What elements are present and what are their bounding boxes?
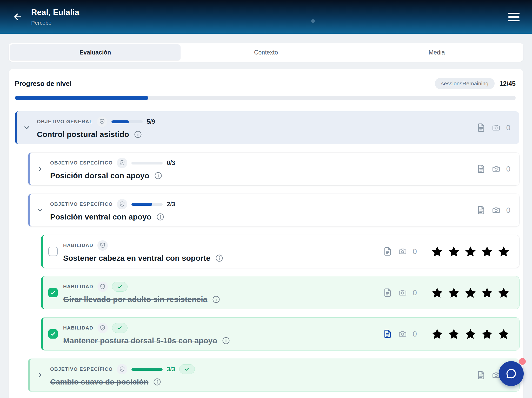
card-type-label: OBJETIVO ESPECÍFICO — [50, 160, 113, 166]
tab-evaluacion[interactable]: Evaluación — [10, 44, 181, 60]
camera-icon[interactable] — [492, 206, 501, 215]
card-type-label: HABILIDAD — [63, 284, 93, 290]
info-icon[interactable] — [153, 378, 161, 386]
card-habilidad-girar[interactable]: HABILIDAD Girar llevado por adulto sin r… — [41, 276, 519, 309]
notes-icon[interactable] — [476, 123, 486, 133]
info-icon[interactable] — [212, 295, 220, 304]
info-icon[interactable] — [154, 171, 162, 180]
star-empty-icon[interactable] — [480, 327, 494, 341]
card-content: HABILIDAD Sostener cabeza en ventral con… — [63, 235, 377, 268]
camera-icon[interactable] — [398, 247, 407, 256]
card-objetivo-especifico-dorsal[interactable]: OBJETIVO ESPECÍFICO 0/3 Posición dorsal … — [28, 153, 519, 185]
star-filled-icon[interactable] — [447, 286, 461, 299]
chat-fab-button[interactable] — [499, 361, 524, 386]
star-rating — [430, 286, 510, 299]
tab-media[interactable]: Media — [351, 44, 522, 60]
star-filled-icon[interactable] — [464, 327, 477, 341]
objective-progress-bar — [131, 203, 163, 206]
hamburger-icon — [508, 13, 520, 14]
skill-checkbox-unchecked[interactable] — [48, 247, 58, 256]
star-filled-icon[interactable] — [480, 286, 494, 299]
star-empty-icon[interactable] — [497, 286, 510, 299]
shield-icon — [117, 199, 127, 209]
check-icon — [184, 367, 190, 372]
card-type-label: OBJETIVO ESPECÍFICO — [50, 201, 113, 207]
level-progress-count: 12/45 — [499, 80, 516, 87]
card-type-label: HABILIDAD — [63, 325, 93, 331]
notes-icon[interactable] — [476, 205, 486, 215]
shield-icon — [117, 364, 127, 374]
card-content: OBJETIVO ESPECÍFICO 2/3 Posición ventral… — [50, 194, 471, 227]
app-header: Real, Eulalia Percebe — [0, 0, 532, 34]
info-icon[interactable] — [134, 130, 142, 139]
objective-progress-count: 5/9 — [147, 118, 155, 125]
chevron-down-icon — [36, 206, 44, 214]
notes-icon[interactable] — [476, 370, 486, 380]
collapse-button[interactable] — [30, 206, 50, 214]
skill-title: Mantener postura dorsal 5-10s con apoyo — [63, 336, 217, 345]
notes-icon-active[interactable] — [383, 329, 393, 339]
shield-icon — [97, 240, 108, 251]
skill-checkbox-checked[interactable] — [48, 288, 58, 297]
card-habilidad-sostener[interactable]: HABILIDAD Sostener cabeza en ventral con… — [41, 235, 519, 268]
star-rating — [430, 245, 510, 258]
camera-icon[interactable] — [492, 123, 501, 132]
collapse-button[interactable] — [17, 124, 37, 132]
camera-icon[interactable] — [492, 164, 501, 173]
evaluation-panel: Progreso de nivel sessionsRemaining 12/4… — [9, 69, 523, 398]
completed-badge — [112, 323, 128, 333]
notes-icon[interactable] — [383, 246, 393, 256]
star-empty-icon[interactable] — [480, 245, 494, 258]
page-subtitle: Percebe — [31, 20, 79, 26]
menu-button[interactable] — [507, 11, 521, 23]
objective-title: Posición ventral con apoyo — [50, 212, 151, 221]
level-progress-header: Progreso de nivel sessionsRemaining 12/4… — [15, 78, 519, 89]
card-objetivo-especifico-cambio[interactable]: OBJETIVO ESPECÍFICO 3/3 Cambio suave de … — [28, 359, 519, 392]
star-empty-icon[interactable] — [497, 245, 510, 258]
info-icon[interactable] — [156, 213, 164, 221]
star-filled-icon[interactable] — [430, 327, 444, 341]
camera-icon[interactable] — [398, 288, 407, 297]
objective-progress-count: 0/3 — [167, 160, 175, 167]
chevron-right-icon — [36, 165, 44, 173]
star-empty-icon[interactable] — [430, 245, 444, 258]
camera-icon[interactable] — [398, 330, 407, 338]
skill-title: Sostener cabeza en ventral con soporte — [63, 254, 210, 263]
notes-icon[interactable] — [383, 288, 393, 298]
tab-bar: Evaluación Contexto Media — [9, 43, 523, 62]
check-icon — [117, 325, 122, 331]
media-count: 0 — [506, 165, 510, 173]
level-progress-title: Progreso de nivel — [15, 80, 71, 88]
shield-icon — [97, 323, 108, 333]
star-empty-icon[interactable] — [497, 327, 510, 341]
media-count: 0 — [413, 330, 417, 338]
page-title: Real, Eulalia — [31, 8, 79, 17]
card-content: OBJETIVO ESPECÍFICO 3/3 Cambio suave de … — [50, 359, 471, 392]
objective-title: Control postural asistido — [37, 130, 129, 139]
card-type-label: OBJETIVO GENERAL — [37, 119, 93, 125]
star-empty-icon[interactable] — [464, 245, 477, 258]
card-objetivo-especifico-ventral[interactable]: OBJETIVO ESPECÍFICO 2/3 Posición ventral… — [28, 194, 519, 227]
skill-checkbox-checked[interactable] — [48, 329, 58, 339]
chat-bubble-icon — [505, 367, 518, 380]
star-empty-icon[interactable] — [447, 245, 461, 258]
objective-progress-count: 2/3 — [167, 201, 175, 208]
expand-button[interactable] — [30, 165, 50, 173]
star-filled-icon[interactable] — [447, 327, 461, 341]
expand-button[interactable] — [30, 371, 50, 379]
card-content: OBJETIVO GENERAL 5/9 Control postural as… — [37, 111, 471, 144]
skill-title: Girar llevado por adulto sin resistencia — [63, 295, 207, 304]
notes-icon[interactable] — [476, 164, 486, 174]
tab-contexto[interactable]: Contexto — [181, 44, 351, 60]
info-icon[interactable] — [215, 254, 223, 262]
back-button[interactable] — [10, 10, 25, 24]
star-filled-icon[interactable] — [464, 286, 477, 299]
check-icon — [117, 284, 122, 289]
info-icon[interactable] — [222, 337, 230, 345]
card-habilidad-mantener[interactable]: HABILIDAD Mantener postura dorsal 5-10s … — [41, 318, 519, 350]
arrow-left-icon — [12, 12, 23, 22]
card-objetivo-general[interactable]: OBJETIVO GENERAL 5/9 Control postural as… — [15, 111, 519, 144]
completed-badge — [112, 282, 128, 292]
card-type-label: HABILIDAD — [63, 243, 93, 248]
star-filled-icon[interactable] — [430, 286, 444, 299]
